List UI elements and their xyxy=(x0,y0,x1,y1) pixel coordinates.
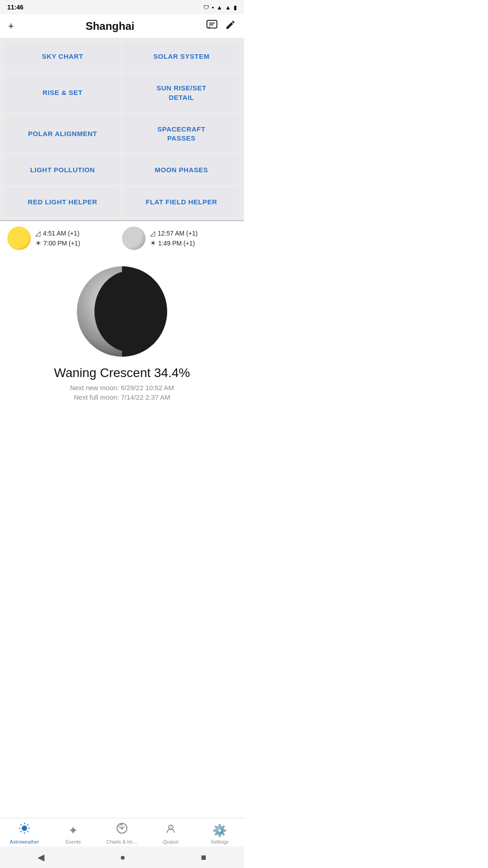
shield-icon: 🛡 xyxy=(203,4,209,11)
top-bar: + Shanghai xyxy=(0,14,244,38)
edit-icon[interactable] xyxy=(225,19,236,33)
polar-alignment-button[interactable]: POLAR ALIGNMENT xyxy=(5,115,121,153)
sun-rise-time: 4:51 AM (+1) xyxy=(43,230,80,237)
moon-phase-image xyxy=(77,266,167,357)
sun-set-row: ☀ 7:00 PM (+1) xyxy=(35,239,80,247)
moon-phase-title: Waning Crescent 34.4% xyxy=(54,366,190,380)
feature-grid: SKY CHART SOLAR SYSTEM RISE & SET SUN RI… xyxy=(0,38,244,220)
battery-icon: ▮ xyxy=(234,4,237,11)
moon-times: ◿ 12:57 AM (+1) ☀ 1:49 PM (+1) xyxy=(150,229,197,247)
top-bar-left: + xyxy=(8,20,14,32)
moon-phases-button[interactable]: MOON PHASES xyxy=(123,156,239,184)
status-icons: 🛡 ▪ ▲ ▲ ▮ xyxy=(203,4,237,11)
moon-rise-row: ◿ 12:57 AM (+1) xyxy=(150,229,197,237)
astro-info-row: ◿ 4:51 AM (+1) ☀ 7:00 PM (+1) ◿ 12:57 AM… xyxy=(0,221,244,255)
sun-times: ◿ 4:51 AM (+1) ☀ 7:00 PM (+1) xyxy=(35,229,80,247)
flat-field-helper-button[interactable]: FLAT FIELD HELPER xyxy=(123,188,239,217)
moon-info: ◿ 12:57 AM (+1) ☀ 1:49 PM (+1) xyxy=(122,226,237,250)
next-new-moon: Next new moon: 6/29/22 10:52 AM xyxy=(70,384,174,392)
sun-set-time: 7:00 PM (+1) xyxy=(43,240,80,247)
moonset-symbol: ☀ xyxy=(150,239,156,247)
svg-rect-0 xyxy=(207,20,217,28)
status-time: 11:46 xyxy=(7,4,23,11)
moon-small-icon xyxy=(122,226,145,250)
moon-set-row: ☀ 1:49 PM (+1) xyxy=(150,239,197,247)
page-title: Shanghai xyxy=(85,20,134,33)
top-bar-right xyxy=(206,19,236,33)
moon-rise-time: 12:57 AM (+1) xyxy=(158,230,197,237)
spacecraft-passes-button[interactable]: SPACECRAFTPASSES xyxy=(123,115,239,153)
light-pollution-button[interactable]: LIGHT POLLUTION xyxy=(5,156,121,184)
next-full-moon: Next full moon: 7/14/22 2:37 AM xyxy=(74,393,170,401)
solar-system-button[interactable]: SOLAR SYSTEM xyxy=(123,42,239,71)
moon-set-time: 1:49 PM (+1) xyxy=(158,240,195,247)
moon-phase-section: Waning Crescent 34.4% Next new moon: 6/2… xyxy=(0,255,244,410)
signal-icon: ▲ xyxy=(225,4,231,11)
sun-info: ◿ 4:51 AM (+1) ☀ 7:00 PM (+1) xyxy=(7,226,122,250)
rise-set-button[interactable]: RISE & SET xyxy=(5,74,121,112)
sun-rise-row: ◿ 4:51 AM (+1) xyxy=(35,229,80,237)
sunrise-symbol: ◿ xyxy=(35,229,41,237)
add-button[interactable]: + xyxy=(8,20,14,32)
status-bar: 11:46 🛡 ▪ ▲ ▲ ▮ xyxy=(0,0,244,14)
sun-icon xyxy=(7,226,31,250)
wifi-icon: ▲ xyxy=(216,4,222,11)
sky-chart-button[interactable]: SKY CHART xyxy=(5,42,121,71)
sun-rise-set-detail-button[interactable]: SUN RISE/SETDETAIL xyxy=(123,74,239,112)
sunset-symbol: ☀ xyxy=(35,239,41,247)
red-light-helper-button[interactable]: RED LIGHT HELPER xyxy=(5,188,121,217)
sim-icon: ▪ xyxy=(212,4,214,11)
chat-icon[interactable] xyxy=(206,19,218,33)
moonrise-symbol: ◿ xyxy=(150,229,155,237)
